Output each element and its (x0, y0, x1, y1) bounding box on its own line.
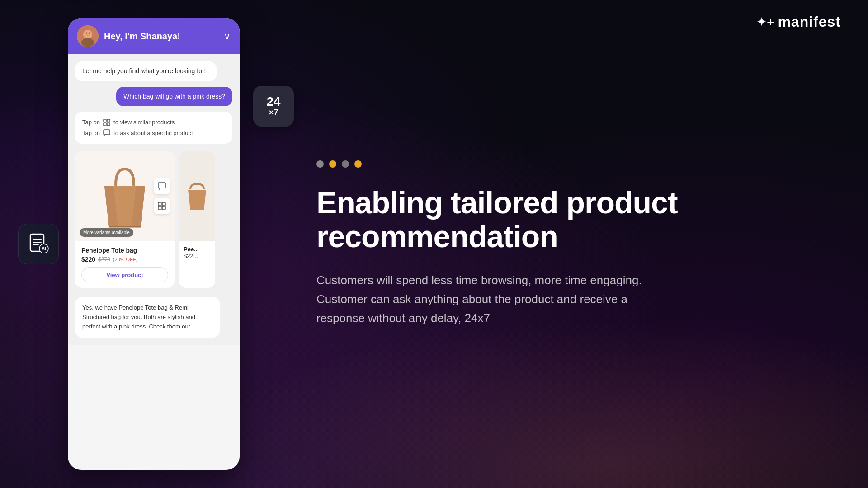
svg-rect-13 (104, 130, 110, 135)
product-info-2: Pee... $22... (179, 241, 215, 264)
chat-body: Let me help you find what you're looking… (68, 54, 240, 345)
product-price-1: $220 $279 (20% OFF) (81, 256, 168, 263)
reply-text: Yes, we have Penelope Tote bag & Remi St… (82, 304, 195, 330)
dot-2[interactable] (329, 160, 336, 168)
product-card-1: More variants available Penelope Tote ba… (75, 151, 175, 288)
price-current-1: $220 (81, 256, 95, 263)
product-info-1: Penelope Tote bag $220 $279 (20% OFF) Vi… (75, 241, 175, 288)
svg-point-7 (86, 33, 87, 34)
timer-number: 24 (266, 95, 280, 108)
dot-1[interactable] (316, 160, 324, 168)
tap-prefix-1: Tap on (82, 117, 100, 127)
svg-rect-15 (158, 202, 161, 206)
product-name-2: Pee... (184, 246, 211, 253)
svg-rect-18 (162, 206, 165, 210)
product-name-1: Penelope Tote bag (81, 247, 168, 254)
agent-name: Hey, I'm Shanaya! (104, 31, 180, 42)
tap-instructions-bubble: Tap on to view similar products Tap on (75, 112, 232, 144)
product-image-area-1: More variants available (75, 151, 175, 241)
chat-header: Hey, I'm Shanaya! ∨ (68, 18, 240, 54)
tap-suffix-2: to ask about a specific product (113, 128, 193, 138)
avatar (77, 25, 99, 47)
chat-icon (103, 129, 111, 137)
price-original-1: $279 (98, 256, 110, 263)
tap-row-2: Tap on to ask about a specific product (82, 128, 225, 138)
chat-header-left: Hey, I'm Shanaya! (77, 25, 180, 47)
view-product-btn-1[interactable]: View product (81, 267, 168, 282)
product-grid-btn[interactable] (154, 198, 170, 214)
svg-rect-11 (104, 123, 106, 126)
chevron-down-icon[interactable]: ∨ (224, 31, 231, 42)
dots-row (316, 160, 832, 168)
product-price-2: $22... (184, 253, 211, 259)
svg-point-5 (81, 38, 94, 47)
svg-point-8 (89, 33, 90, 34)
dot-3[interactable] (342, 160, 349, 168)
svg-rect-14 (158, 183, 165, 188)
main-headline: Enabling tailored product recommendation (316, 186, 832, 253)
timer-sub: ×7 (269, 108, 278, 117)
product-chat-btn[interactable] (154, 178, 170, 194)
user-message-bubble: Which bag will go with a pink dress? (116, 87, 232, 107)
product-image-area-2 (179, 151, 215, 241)
grid-icon (103, 118, 111, 127)
main-subtext: Customers will spend less time browsing,… (316, 271, 660, 328)
svg-point-6 (84, 30, 91, 37)
reply-bubble: Yes, we have Penelope Tote bag & Remi St… (75, 297, 220, 338)
product-cards-scroll: More variants available Penelope Tote ba… (75, 151, 232, 288)
svg-text:AI: AI (42, 246, 46, 251)
svg-rect-9 (104, 119, 106, 122)
ai-document-icon: AI (27, 232, 50, 256)
svg-rect-10 (107, 119, 110, 122)
dot-4[interactable] (354, 160, 362, 168)
bot-greeting-bubble: Let me help you find what you're looking… (75, 61, 217, 81)
variants-badge-1: More variants available (80, 228, 133, 237)
ai-icon: AI (27, 232, 50, 256)
svg-rect-16 (162, 202, 165, 206)
product-card-2-partial: Pee... $22... (179, 151, 215, 288)
svg-rect-17 (158, 206, 161, 210)
tap-prefix-2: Tap on (82, 128, 100, 138)
price-discount-1: (20% OFF) (113, 257, 137, 262)
svg-rect-12 (107, 123, 110, 126)
tap-suffix-1: to view similar products (113, 117, 175, 127)
phone-mockup: Hey, I'm Shanaya! ∨ Let me help you find… (68, 18, 240, 470)
tap-row-1: Tap on to view similar products (82, 117, 225, 127)
timer-badge: 24 ×7 (253, 86, 294, 127)
right-content: Enabling tailored product recommendation… (298, 0, 868, 488)
tote-bag-image (95, 160, 154, 232)
user-message-text: Which bag will go with a pink dress? (123, 93, 225, 100)
ai-icon-container: AI (18, 224, 59, 264)
greeting-text: Let me help you find what you're looking… (82, 67, 206, 75)
